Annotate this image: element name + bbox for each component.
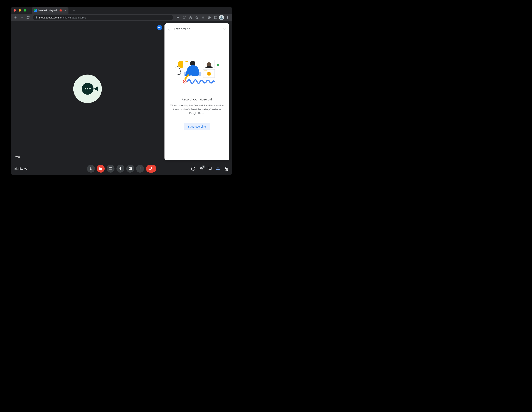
recording-illustration [175,56,218,88]
chat-button[interactable] [207,166,212,171]
new-tab-button[interactable]: + [71,8,77,13]
svg-point-16 [205,61,205,62]
participant-count-badge: 1 [202,165,205,168]
leave-call-button[interactable] [146,165,156,173]
svg-point-6 [227,17,228,18]
browser-window: Meet – ftk-rfkg-vdr × + ⌄ meet.google.co… [11,7,232,175]
url-text: meet.google.com/ftk-rfkg-vdr?authuser=1 [39,16,86,19]
panel-description: When recording has finished, it will be … [170,104,224,115]
svg-point-7 [227,18,228,19]
svg-point-39 [200,167,202,168]
present-screen-button[interactable] [126,165,134,173]
browser-tab[interactable]: Meet – ftk-rfkg-vdr × [32,7,68,14]
camera-off-button[interactable] [97,165,105,173]
reload-button[interactable] [25,15,31,20]
svg-point-0 [202,17,204,19]
side-panel-icon[interactable] [213,15,218,20]
svg-point-5 [227,16,228,17]
raise-hand-button[interactable] [116,165,124,173]
svg-point-29 [184,81,185,82]
tab-strip: Meet – ftk-rfkg-vdr × + ⌄ [11,7,232,14]
panel-heading: Record your video call [181,98,212,101]
call-control-bar: ftk-rfkg-vdr [11,162,232,175]
svg-point-26 [208,72,210,74]
microphone-button[interactable] [87,165,95,173]
bookmark-icon[interactable] [194,15,200,20]
svg-marker-41 [217,167,219,168]
back-button[interactable] [13,15,18,20]
window-maximize-button[interactable] [24,9,26,12]
self-video-tile: You [11,21,164,162]
svg-point-11 [186,61,187,62]
svg-point-24 [207,70,207,71]
svg-point-35 [140,169,140,170]
tabs-dropdown-button[interactable]: ⌄ [225,9,232,12]
tab-close-button[interactable]: × [65,9,66,12]
right-controls: 1 [191,166,229,171]
recording-panel: Recording [164,23,229,160]
extension-icon[interactable] [200,15,206,20]
svg-point-23 [206,70,206,71]
svg-point-33 [140,167,140,168]
center-controls [87,165,156,173]
share-icon[interactable] [188,15,193,20]
svg-point-4 [221,16,222,18]
meeting-details-button[interactable] [191,166,196,171]
panel-close-button[interactable] [223,27,226,31]
svg-point-34 [140,168,140,169]
host-controls-button[interactable] [224,166,229,171]
svg-point-22 [205,70,205,71]
lock-icon [35,16,38,19]
svg-point-38 [193,168,193,168]
tile-options-button[interactable] [157,25,162,30]
window-minimize-button[interactable] [19,9,21,12]
participant-avatar [73,74,102,103]
camera-permission-icon[interactable] [175,15,180,20]
participants-button[interactable]: 1 [199,166,204,171]
activities-button[interactable] [216,166,220,171]
recording-indicator-icon [60,9,62,11]
more-options-button[interactable] [136,165,144,173]
panel-header: Recording [164,23,229,35]
svg-rect-1 [214,16,217,19]
meeting-stage: You Recording [11,21,232,175]
svg-rect-20 [217,64,218,66]
svg-point-12 [187,61,188,62]
tab-title: Meet – ftk-rfkg-vdr [38,9,57,12]
svg-point-10 [185,61,186,62]
panel-body: Record your video call When recording ha… [164,35,229,160]
svg-point-17 [206,61,206,62]
extensions-puzzle-icon[interactable] [207,15,212,20]
svg-rect-31 [109,167,112,170]
browser-menu-button[interactable] [225,15,230,20]
profile-avatar[interactable] [219,15,224,20]
captions-button[interactable] [107,165,114,173]
svg-point-18 [207,61,207,62]
forward-button[interactable] [19,15,25,20]
svg-point-42 [216,169,218,170]
self-name-label: You [15,156,20,159]
svg-rect-43 [218,169,219,170]
panel-title: Recording [174,27,220,31]
start-recording-button[interactable]: Start recording [184,123,210,130]
open-external-icon[interactable] [181,15,187,20]
url-bar[interactable]: meet.google.com/ftk-rfkg-vdr?authuser=1 [33,15,173,20]
meet-favicon-icon [34,9,37,12]
panel-back-button[interactable] [168,27,171,31]
window-close-button[interactable] [14,9,16,12]
browser-toolbar: meet.google.com/ftk-rfkg-vdr?authuser=1 [11,14,232,21]
